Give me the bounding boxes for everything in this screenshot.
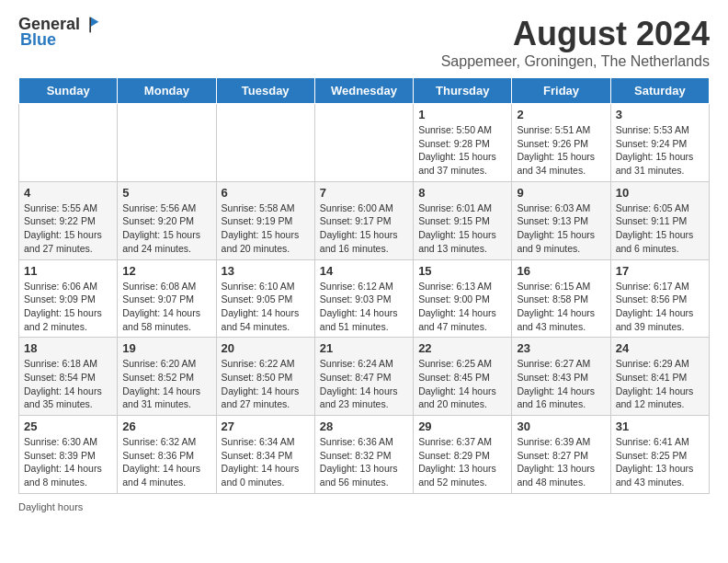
calendar-cell: 8Sunrise: 6:01 AM Sunset: 9:15 PM Daylig… (414, 181, 512, 259)
day-number: 11 (24, 264, 112, 278)
calendar-cell: 7Sunrise: 6:00 AM Sunset: 9:17 PM Daylig… (314, 181, 413, 259)
day-number: 6 (222, 186, 310, 200)
calendar-cell (19, 104, 118, 182)
month-year: August 2024 (441, 15, 710, 53)
day-info: Sunrise: 6:29 AM Sunset: 8:41 PM Dayligh… (616, 357, 704, 411)
day-number: 31 (616, 419, 704, 433)
svg-rect-1 (89, 17, 91, 32)
calendar-cell: 3Sunrise: 5:53 AM Sunset: 9:24 PM Daylig… (610, 104, 709, 182)
day-info: Sunrise: 6:05 AM Sunset: 9:11 PM Dayligh… (616, 201, 704, 256)
day-number: 20 (222, 341, 310, 355)
calendar-cell: 15Sunrise: 6:13 AM Sunset: 9:00 PM Dayli… (414, 259, 512, 338)
day-info: Sunrise: 6:08 AM Sunset: 9:07 PM Dayligh… (122, 280, 210, 334)
day-info: Sunrise: 6:00 AM Sunset: 9:17 PM Dayligh… (320, 201, 408, 256)
footer-note: Daylight hours (18, 501, 710, 512)
day-info: Sunrise: 6:17 AM Sunset: 8:56 PM Dayligh… (616, 280, 704, 334)
day-number: 25 (24, 419, 112, 433)
day-info: Sunrise: 6:27 AM Sunset: 8:43 PM Dayligh… (517, 357, 605, 411)
calendar-cell: 29Sunrise: 6:37 AM Sunset: 8:29 PM Dayli… (414, 416, 512, 494)
day-number: 28 (320, 419, 408, 433)
calendar-cell: 20Sunrise: 6:22 AM Sunset: 8:50 PM Dayli… (216, 338, 314, 416)
calendar-cell: 17Sunrise: 6:17 AM Sunset: 8:56 PM Dayli… (610, 259, 709, 338)
day-info: Sunrise: 6:20 AM Sunset: 8:52 PM Dayligh… (122, 357, 210, 411)
calendar-week-3: 11Sunrise: 6:06 AM Sunset: 9:09 PM Dayli… (19, 259, 710, 338)
day-number: 16 (517, 264, 605, 278)
day-info: Sunrise: 6:01 AM Sunset: 9:15 PM Dayligh… (418, 201, 506, 256)
calendar-cell (314, 104, 413, 182)
day-info: Sunrise: 6:36 AM Sunset: 8:32 PM Dayligh… (320, 435, 408, 489)
day-number: 15 (418, 264, 506, 278)
calendar-cell (216, 104, 314, 182)
calendar-cell: 13Sunrise: 6:10 AM Sunset: 9:05 PM Dayli… (216, 259, 314, 338)
day-info: Sunrise: 5:55 AM Sunset: 9:22 PM Dayligh… (24, 201, 112, 256)
day-number: 3 (616, 108, 704, 121)
calendar-header-monday: Monday (118, 78, 216, 104)
day-number: 27 (222, 419, 310, 433)
day-info: Sunrise: 6:18 AM Sunset: 8:54 PM Dayligh… (24, 357, 112, 411)
day-info: Sunrise: 5:51 AM Sunset: 9:26 PM Dayligh… (517, 123, 605, 178)
calendar-header-sunday: Sunday (19, 78, 118, 104)
calendar-cell: 22Sunrise: 6:25 AM Sunset: 8:45 PM Dayli… (414, 338, 512, 416)
calendar-header-saturday: Saturday (610, 78, 709, 104)
day-info: Sunrise: 6:32 AM Sunset: 8:36 PM Dayligh… (122, 435, 210, 489)
calendar-header-wednesday: Wednesday (314, 78, 413, 104)
calendar-cell: 19Sunrise: 6:20 AM Sunset: 8:52 PM Dayli… (118, 338, 216, 416)
day-info: Sunrise: 6:06 AM Sunset: 9:09 PM Dayligh… (24, 280, 112, 334)
day-info: Sunrise: 6:10 AM Sunset: 9:05 PM Dayligh… (222, 280, 310, 334)
header: General Blue August 2024 Sappemeer, Gron… (18, 15, 710, 70)
day-info: Sunrise: 6:25 AM Sunset: 8:45 PM Dayligh… (418, 357, 506, 411)
daylight-label: Daylight hours (18, 501, 83, 512)
day-number: 7 (320, 186, 408, 200)
calendar-header-row: SundayMondayTuesdayWednesdayThursdayFrid… (19, 78, 710, 104)
day-number: 24 (616, 341, 704, 355)
day-number: 12 (122, 264, 210, 278)
day-number: 26 (122, 419, 210, 433)
calendar-week-1: 1Sunrise: 5:50 AM Sunset: 9:28 PM Daylig… (19, 104, 710, 182)
day-info: Sunrise: 6:41 AM Sunset: 8:25 PM Dayligh… (616, 435, 704, 489)
calendar: SundayMondayTuesdayWednesdayThursdayFrid… (18, 77, 710, 494)
day-number: 2 (517, 108, 605, 121)
calendar-cell: 14Sunrise: 6:12 AM Sunset: 9:03 PM Dayli… (314, 259, 413, 338)
logo-blue: Blue (20, 30, 56, 50)
svg-marker-0 (91, 17, 98, 26)
day-number: 22 (418, 341, 506, 355)
logo-icon (82, 16, 100, 34)
day-info: Sunrise: 6:03 AM Sunset: 9:13 PM Dayligh… (517, 201, 605, 256)
calendar-cell: 26Sunrise: 6:32 AM Sunset: 8:36 PM Dayli… (118, 416, 216, 494)
day-number: 8 (418, 186, 506, 200)
calendar-cell: 23Sunrise: 6:27 AM Sunset: 8:43 PM Dayli… (512, 338, 610, 416)
calendar-cell: 11Sunrise: 6:06 AM Sunset: 9:09 PM Dayli… (19, 259, 118, 338)
day-number: 13 (222, 264, 310, 278)
day-info: Sunrise: 6:37 AM Sunset: 8:29 PM Dayligh… (418, 435, 506, 489)
calendar-cell: 30Sunrise: 6:39 AM Sunset: 8:27 PM Dayli… (512, 416, 610, 494)
calendar-header-friday: Friday (512, 78, 610, 104)
day-info: Sunrise: 6:39 AM Sunset: 8:27 PM Dayligh… (517, 435, 605, 489)
calendar-cell: 5Sunrise: 5:56 AM Sunset: 9:20 PM Daylig… (118, 181, 216, 259)
calendar-cell: 9Sunrise: 6:03 AM Sunset: 9:13 PM Daylig… (512, 181, 610, 259)
calendar-cell: 6Sunrise: 5:58 AM Sunset: 9:19 PM Daylig… (216, 181, 314, 259)
calendar-cell: 31Sunrise: 6:41 AM Sunset: 8:25 PM Dayli… (610, 416, 709, 494)
calendar-cell: 27Sunrise: 6:34 AM Sunset: 8:34 PM Dayli… (216, 416, 314, 494)
day-number: 29 (418, 419, 506, 433)
day-info: Sunrise: 6:12 AM Sunset: 9:03 PM Dayligh… (320, 280, 408, 334)
day-number: 9 (517, 186, 605, 200)
day-number: 14 (320, 264, 408, 278)
day-number: 4 (24, 186, 112, 200)
calendar-cell: 1Sunrise: 5:50 AM Sunset: 9:28 PM Daylig… (414, 104, 512, 182)
day-info: Sunrise: 5:56 AM Sunset: 9:20 PM Dayligh… (122, 201, 210, 256)
calendar-week-2: 4Sunrise: 5:55 AM Sunset: 9:22 PM Daylig… (19, 181, 710, 259)
title-area: August 2024 Sappemeer, Groningen, The Ne… (441, 15, 710, 70)
calendar-cell: 4Sunrise: 5:55 AM Sunset: 9:22 PM Daylig… (19, 181, 118, 259)
day-info: Sunrise: 6:24 AM Sunset: 8:47 PM Dayligh… (320, 357, 408, 411)
calendar-cell (118, 104, 216, 182)
calendar-cell: 28Sunrise: 6:36 AM Sunset: 8:32 PM Dayli… (314, 416, 413, 494)
day-number: 30 (517, 419, 605, 433)
day-info: Sunrise: 6:30 AM Sunset: 8:39 PM Dayligh… (24, 435, 112, 489)
calendar-cell: 10Sunrise: 6:05 AM Sunset: 9:11 PM Dayli… (610, 181, 709, 259)
day-info: Sunrise: 6:34 AM Sunset: 8:34 PM Dayligh… (222, 435, 310, 489)
day-info: Sunrise: 6:15 AM Sunset: 8:58 PM Dayligh… (517, 280, 605, 334)
day-number: 23 (517, 341, 605, 355)
day-number: 5 (122, 186, 210, 200)
calendar-cell: 21Sunrise: 6:24 AM Sunset: 8:47 PM Dayli… (314, 338, 413, 416)
day-number: 18 (24, 341, 112, 355)
